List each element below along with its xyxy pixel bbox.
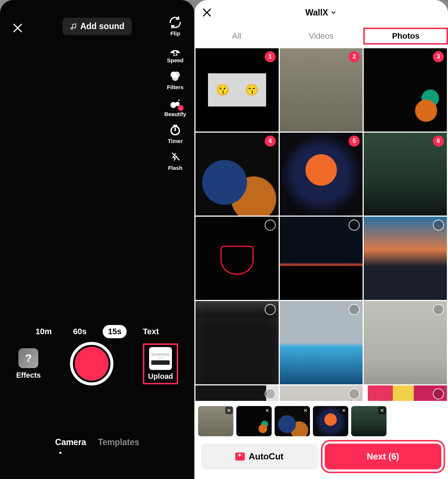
media-item[interactable] bbox=[195, 217, 279, 300]
media-item[interactable] bbox=[280, 301, 363, 384]
picker-close-button[interactable] bbox=[202, 7, 212, 18]
filters-label: Filters bbox=[167, 84, 183, 90]
media-type-tabs: All Videos Photos bbox=[194, 25, 448, 47]
selection-badge[interactable]: 2 bbox=[349, 51, 360, 62]
media-picker-screen: WallX All Videos Photos 😗😙1 2 3 4 5 6 ✕ bbox=[194, 0, 448, 479]
remove-selected-button[interactable]: ✕ bbox=[225, 407, 233, 414]
picker-top-bar: WallX bbox=[194, 0, 448, 25]
effects-label: Effects bbox=[16, 371, 41, 380]
selection-badge[interactable] bbox=[433, 388, 444, 399]
media-item[interactable]: 4 bbox=[195, 133, 279, 216]
duration-60s[interactable]: 60s bbox=[68, 325, 92, 338]
tab-all[interactable]: All bbox=[194, 28, 279, 45]
close-button[interactable] bbox=[10, 20, 26, 36]
flip-button[interactable]: Flip bbox=[168, 15, 182, 36]
timer-icon bbox=[168, 123, 182, 137]
selected-thumb[interactable]: ✕ bbox=[275, 406, 310, 436]
beautify-icon: ✓ bbox=[168, 96, 182, 110]
media-item[interactable]: 3 bbox=[364, 48, 447, 132]
selected-thumb[interactable]: ✕ bbox=[236, 406, 272, 436]
media-item[interactable] bbox=[364, 385, 447, 401]
upload-label: Upload bbox=[148, 372, 173, 381]
selected-strip: ✕ ✕ ✕ ✕ ✕ bbox=[194, 401, 448, 438]
filters-button[interactable]: Filters bbox=[167, 69, 183, 90]
media-item[interactable] bbox=[280, 385, 363, 401]
media-item[interactable] bbox=[364, 217, 447, 300]
selection-badge[interactable]: 4 bbox=[265, 136, 276, 147]
flip-icon bbox=[168, 15, 182, 29]
speed-icon: 1x bbox=[168, 42, 182, 56]
record-button[interactable] bbox=[70, 342, 113, 385]
upload-button[interactable]: ──── Upload bbox=[143, 343, 178, 384]
selection-badge[interactable] bbox=[349, 304, 360, 315]
media-item[interactable]: 2 bbox=[280, 48, 363, 132]
timer-button[interactable]: Timer bbox=[168, 123, 183, 144]
camera-mode-tabs: Camera Templates bbox=[0, 437, 194, 447]
selection-badge[interactable]: 1 bbox=[265, 51, 276, 62]
media-item[interactable] bbox=[364, 301, 447, 384]
timer-label: Timer bbox=[168, 138, 183, 144]
selected-thumb[interactable]: ✕ bbox=[351, 406, 387, 436]
selection-badge[interactable] bbox=[349, 388, 360, 399]
media-item[interactable] bbox=[195, 301, 279, 384]
selected-thumb[interactable]: ✕ bbox=[313, 406, 348, 436]
active-tab-indicator-icon bbox=[59, 452, 61, 454]
selection-badge[interactable] bbox=[265, 304, 276, 315]
effects-button[interactable]: ? Effects bbox=[16, 348, 41, 380]
add-sound-button[interactable]: Add sound bbox=[63, 18, 132, 35]
selection-badge[interactable]: 5 bbox=[349, 136, 360, 147]
media-item[interactable]: 6 bbox=[364, 133, 447, 216]
tab-videos[interactable]: Videos bbox=[279, 28, 364, 45]
media-item[interactable] bbox=[280, 217, 363, 300]
remove-selected-button[interactable]: ✕ bbox=[302, 407, 309, 414]
flash-button[interactable]: Flash bbox=[168, 150, 182, 171]
camera-screen: Add sound Flip 1x Speed Filters ✓ bbox=[0, 0, 194, 479]
media-item[interactable]: 😗😙1 bbox=[195, 48, 279, 132]
picker-bottom-buttons: AutoCut Next (6) bbox=[194, 438, 448, 479]
autocut-button[interactable]: AutoCut bbox=[201, 444, 318, 469]
flip-label: Flip bbox=[170, 30, 180, 36]
speed-value: 1x bbox=[168, 52, 182, 57]
close-icon bbox=[202, 7, 212, 18]
camera-bottom-row: ? Effects ──── Upload bbox=[0, 342, 194, 385]
speed-button[interactable]: 1x Speed bbox=[167, 42, 183, 63]
remove-selected-button[interactable]: ✕ bbox=[340, 407, 348, 414]
media-item[interactable] bbox=[195, 385, 279, 401]
speed-label: Speed bbox=[167, 57, 183, 63]
selected-thumb[interactable]: ✕ bbox=[198, 406, 233, 436]
selection-badge[interactable] bbox=[433, 304, 444, 315]
remove-selected-button[interactable]: ✕ bbox=[378, 407, 386, 414]
selection-badge[interactable] bbox=[433, 220, 444, 231]
duration-text[interactable]: Text bbox=[138, 325, 164, 338]
chevron-down-icon bbox=[330, 9, 337, 16]
flash-off-icon bbox=[168, 150, 182, 164]
album-dropdown[interactable]: WallX bbox=[306, 8, 337, 18]
autocut-icon bbox=[235, 452, 245, 461]
media-item[interactable]: 5 bbox=[280, 133, 363, 216]
svg-point-3 bbox=[172, 75, 178, 81]
camera-tools: Flip 1x Speed Filters ✓ Beautify bbox=[160, 15, 190, 171]
effects-icon: ? bbox=[18, 348, 38, 368]
next-button[interactable]: Next (6) bbox=[325, 444, 442, 469]
selection-badge[interactable] bbox=[265, 388, 276, 399]
media-grid: 😗😙1 2 3 4 5 6 bbox=[194, 47, 448, 401]
duration-15s[interactable]: 15s bbox=[103, 325, 127, 338]
selection-badge[interactable]: 6 bbox=[433, 136, 444, 147]
filters-icon bbox=[168, 69, 182, 83]
tab-photos[interactable]: Photos bbox=[363, 28, 448, 45]
album-name: WallX bbox=[306, 8, 328, 18]
tab-camera[interactable]: Camera bbox=[55, 437, 86, 447]
record-inner-icon bbox=[75, 347, 109, 381]
next-label: Next (6) bbox=[367, 451, 399, 462]
remove-selected-button[interactable]: ✕ bbox=[264, 407, 271, 414]
selection-badge[interactable] bbox=[349, 220, 360, 231]
selection-badge[interactable] bbox=[265, 220, 276, 231]
music-note-icon bbox=[70, 22, 77, 31]
autocut-label: AutoCut bbox=[248, 451, 283, 462]
duration-selector: 10m 60s 15s Text bbox=[0, 325, 194, 338]
beautify-button[interactable]: ✓ Beautify bbox=[164, 96, 186, 117]
duration-10m[interactable]: 10m bbox=[30, 325, 57, 338]
tab-templates[interactable]: Templates bbox=[98, 437, 139, 447]
selection-badge[interactable]: 3 bbox=[433, 51, 444, 62]
beautify-indicator-icon: ✓ bbox=[178, 105, 184, 111]
